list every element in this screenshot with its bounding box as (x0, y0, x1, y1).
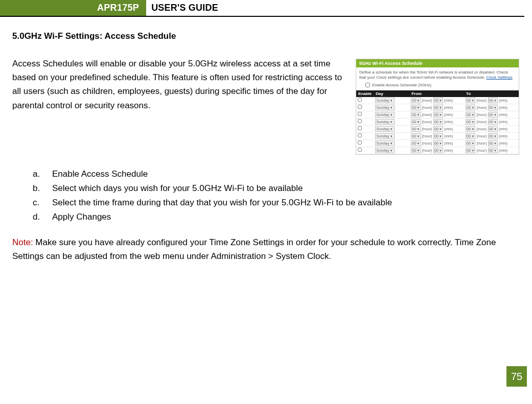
table-row: Sunday▼00▼ (hour) 00▼ (min)00▼ (hour) 00… (356, 97, 519, 104)
row-enable-checkbox[interactable] (358, 98, 362, 102)
select[interactable]: 00▼ (411, 105, 421, 110)
row-enable-checkbox[interactable] (358, 112, 362, 116)
select[interactable]: 00▼ (466, 133, 475, 139)
select[interactable]: 00▼ (488, 119, 498, 125)
select[interactable]: 00▼ (433, 112, 443, 117)
select[interactable]: 00▼ (411, 119, 421, 125)
select[interactable]: 00▼ (433, 105, 443, 110)
page-content: 5.0GHz Wi-F Settings: Access Schedule Ac… (0, 17, 532, 263)
col-day: Day (374, 90, 409, 97)
row-enable-checkbox[interactable] (358, 140, 362, 145)
select[interactable]: 00▼ (433, 119, 443, 125)
select[interactable]: 00▼ (466, 119, 475, 125)
thumb-description: Define a schedule for when the 5GHz Wi-F… (356, 67, 519, 83)
select[interactable]: 00▼ (411, 112, 421, 117)
select[interactable]: 00▼ (411, 98, 421, 103)
table-row: Sunday▼00▼ (hour) 00▼ (min)00▼ (hour) 00… (356, 111, 519, 118)
select[interactable]: Sunday▼ (375, 112, 395, 117)
select[interactable]: Sunday▼ (375, 140, 395, 146)
doc-header: APR175P USER'S GUIDE (0, 0, 524, 17)
schedule-table: Enable Day From To Sunday▼00▼ (hour) 00▼… (356, 90, 519, 154)
col-from: From (409, 90, 464, 97)
note-paragraph: Note: Make sure you have already configu… (12, 235, 520, 263)
intro-paragraph: Access Schedules will enable or disable … (12, 57, 344, 112)
step-item: a.Enable Access Schedule (33, 167, 520, 181)
step-text: Select the time frame during that day th… (52, 196, 392, 210)
select[interactable]: 00▼ (411, 148, 421, 153)
select[interactable]: 00▼ (488, 133, 498, 139)
select[interactable]: 00▼ (466, 140, 475, 146)
thumb-title: 5GHz Wi-Fi Access Schedule (356, 59, 519, 67)
doc-title: USER'S GUIDE (146, 0, 218, 16)
select[interactable]: Sunday▼ (375, 148, 395, 153)
col-enable: Enable (356, 90, 374, 97)
select[interactable]: 00▼ (433, 133, 443, 139)
step-text: Select which days you wish for your 5.0G… (52, 181, 303, 196)
settings-screenshot: 5GHz Wi-Fi Access Schedule Define a sche… (356, 59, 519, 155)
select[interactable]: 00▼ (488, 126, 498, 132)
select[interactable]: 00▼ (433, 140, 443, 146)
enable-schedule-checkbox[interactable] (365, 83, 370, 87)
enable-schedule-label: Enable Access Schedule (5GHz) (372, 83, 431, 87)
select[interactable]: 00▼ (466, 126, 475, 132)
col-to: To (464, 90, 519, 97)
select[interactable]: 00▼ (411, 133, 421, 139)
select[interactable]: Sunday▼ (375, 98, 395, 103)
note-text: Make sure you have already configured yo… (12, 237, 496, 261)
step-marker: b. (33, 181, 52, 196)
table-row: Sunday▼00▼ (hour) 00▼ (min)00▼ (hour) 00… (356, 104, 519, 111)
select[interactable]: Sunday▼ (375, 126, 395, 132)
step-list: a.Enable Access Scheduleb.Select which d… (33, 167, 520, 224)
row-enable-checkbox[interactable] (358, 119, 362, 123)
select[interactable]: 00▼ (488, 148, 498, 153)
table-row: Sunday▼00▼ (hour) 00▼ (min)00▼ (hour) 00… (356, 125, 519, 132)
page-number: 75 (506, 366, 527, 387)
select[interactable]: 00▼ (411, 126, 421, 132)
row-enable-checkbox[interactable] (358, 105, 362, 109)
table-row: Sunday▼00▼ (hour) 00▼ (min)00▼ (hour) 00… (356, 118, 519, 125)
step-item: c.Select the time frame during that day … (33, 196, 520, 210)
select[interactable]: 00▼ (433, 126, 443, 132)
row-enable-checkbox[interactable] (358, 126, 362, 130)
note-label: Note: (12, 237, 33, 247)
select[interactable]: Sunday▼ (375, 119, 395, 125)
table-row: Sunday▼00▼ (hour) 00▼ (min)00▼ (hour) 00… (356, 139, 519, 147)
row-enable-checkbox[interactable] (358, 148, 362, 152)
select[interactable]: 00▼ (488, 112, 498, 117)
step-item: d.Apply Changes (33, 210, 520, 224)
step-item: b.Select which days you wish for your 5.… (33, 181, 520, 196)
table-row: Sunday▼00▼ (hour) 00▼ (min)00▼ (hour) 00… (356, 132, 519, 139)
step-text: Apply Changes (52, 210, 111, 224)
select[interactable]: 00▼ (433, 98, 443, 103)
step-text: Enable Access Schedule (52, 167, 148, 181)
select[interactable]: 00▼ (466, 112, 475, 117)
select[interactable]: 00▼ (466, 148, 475, 153)
section-heading: 5.0GHz Wi-F Settings: Access Schedule (12, 31, 520, 41)
select[interactable]: 00▼ (488, 98, 498, 103)
select[interactable]: 00▼ (411, 140, 421, 146)
row-enable-checkbox[interactable] (358, 133, 362, 137)
select[interactable]: Sunday▼ (375, 133, 395, 139)
select[interactable]: 00▼ (433, 148, 443, 153)
clock-settings-link[interactable]: Clock Settings (487, 75, 513, 80)
select[interactable]: 00▼ (466, 105, 475, 110)
product-badge: APR175P (0, 0, 146, 16)
step-marker: a. (33, 167, 52, 181)
select[interactable]: 00▼ (488, 105, 498, 110)
select[interactable]: Sunday▼ (375, 105, 395, 110)
select[interactable]: 00▼ (466, 98, 475, 103)
table-row: Sunday▼00▼ (hour) 00▼ (min)00▼ (hour) 00… (356, 147, 519, 154)
step-marker: c. (33, 196, 52, 210)
step-marker: d. (33, 210, 52, 224)
select[interactable]: 00▼ (488, 140, 498, 146)
